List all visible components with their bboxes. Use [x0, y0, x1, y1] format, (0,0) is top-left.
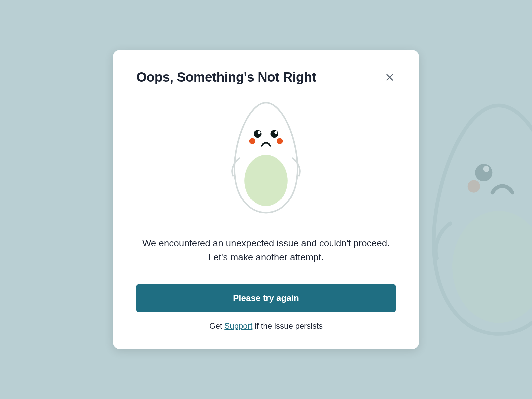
- modal-title: Oops, Something's Not Right: [136, 70, 316, 85]
- sad-avocado-icon: [136, 97, 396, 216]
- svg-point-10: [277, 138, 283, 144]
- try-again-button[interactable]: Please try again: [136, 284, 396, 312]
- svg-point-9: [249, 138, 255, 144]
- svg-point-2: [483, 166, 489, 172]
- background-avocado-icon: [406, 93, 532, 346]
- svg-point-8: [274, 131, 277, 134]
- svg-point-1: [475, 164, 492, 181]
- svg-point-7: [271, 130, 278, 138]
- svg-point-0: [452, 211, 532, 323]
- svg-point-6: [258, 131, 261, 134]
- svg-point-3: [468, 180, 480, 192]
- support-line: Get Support if the issue persists: [136, 321, 396, 331]
- modal-header: Oops, Something's Not Right: [136, 70, 396, 85]
- error-modal: Oops, Something's Not Right: [113, 50, 419, 349]
- modal-message: We encountered an unexpected issue and c…: [136, 236, 396, 264]
- support-link[interactable]: Support: [224, 321, 252, 330]
- svg-point-5: [254, 130, 261, 138]
- close-icon: [385, 73, 394, 82]
- svg-point-4: [244, 155, 288, 206]
- support-suffix: if the issue persists: [252, 321, 323, 330]
- close-button[interactable]: [384, 71, 396, 83]
- support-prefix: Get: [209, 321, 224, 330]
